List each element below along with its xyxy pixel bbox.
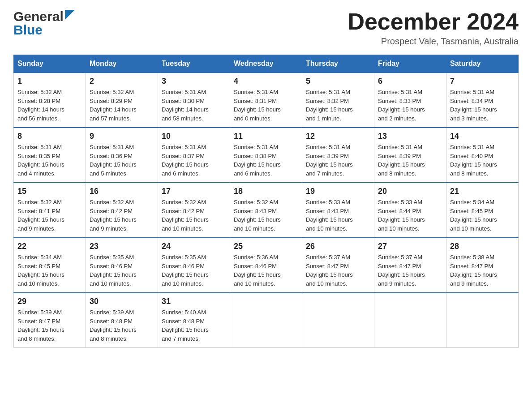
day-number: 1	[17, 77, 82, 86]
calendar-week-3: 15 Sunrise: 5:32 AMSunset: 8:41 PMDaylig…	[14, 183, 519, 238]
day-info: Sunrise: 5:31 AMSunset: 8:39 PMDaylight:…	[306, 143, 370, 178]
calendar-cell: 21 Sunrise: 5:34 AMSunset: 8:45 PMDaylig…	[446, 183, 519, 238]
day-number: 16	[90, 187, 154, 196]
calendar-cell: 2 Sunrise: 5:32 AMSunset: 8:29 PMDayligh…	[86, 73, 158, 128]
header-friday: Friday	[374, 55, 446, 73]
day-number: 21	[450, 187, 515, 196]
day-number: 15	[17, 187, 82, 196]
header-monday: Monday	[86, 55, 158, 73]
day-number: 17	[162, 187, 226, 196]
day-info: Sunrise: 5:32 AMSunset: 8:29 PMDaylight:…	[90, 88, 154, 123]
calendar-cell: 5 Sunrise: 5:31 AMSunset: 8:32 PMDayligh…	[302, 73, 374, 128]
day-info: Sunrise: 5:34 AMSunset: 8:45 PMDaylight:…	[17, 253, 82, 288]
calendar-cell: 16 Sunrise: 5:32 AMSunset: 8:42 PMDaylig…	[86, 183, 158, 238]
calendar-cell	[374, 293, 446, 348]
calendar-cell: 29 Sunrise: 5:39 AMSunset: 8:47 PMDaylig…	[14, 293, 86, 348]
calendar-cell: 22 Sunrise: 5:34 AMSunset: 8:45 PMDaylig…	[14, 238, 86, 293]
title-block: December 2024 Prospect Vale, Tasmania, A…	[348, 9, 519, 47]
calendar-cell: 18 Sunrise: 5:32 AMSunset: 8:43 PMDaylig…	[230, 183, 302, 238]
calendar-cell: 19 Sunrise: 5:33 AMSunset: 8:43 PMDaylig…	[302, 183, 374, 238]
calendar-cell: 11 Sunrise: 5:31 AMSunset: 8:38 PMDaylig…	[230, 128, 302, 183]
header-thursday: Thursday	[302, 55, 374, 73]
day-info: Sunrise: 5:31 AMSunset: 8:31 PMDaylight:…	[234, 88, 298, 123]
calendar-cell: 1 Sunrise: 5:32 AMSunset: 8:28 PMDayligh…	[14, 73, 86, 128]
calendar-cell: 31 Sunrise: 5:40 AMSunset: 8:48 PMDaylig…	[158, 293, 230, 348]
day-info: Sunrise: 5:32 AMSunset: 8:42 PMDaylight:…	[162, 198, 226, 233]
calendar-cell: 24 Sunrise: 5:35 AMSunset: 8:46 PMDaylig…	[158, 238, 230, 293]
day-number: 22	[17, 242, 82, 251]
calendar-cell: 13 Sunrise: 5:31 AMSunset: 8:39 PMDaylig…	[374, 128, 446, 183]
day-info: Sunrise: 5:35 AMSunset: 8:46 PMDaylight:…	[90, 253, 154, 288]
day-number: 6	[378, 77, 442, 86]
day-number: 11	[234, 132, 298, 141]
calendar-body: 1 Sunrise: 5:32 AMSunset: 8:28 PMDayligh…	[14, 73, 519, 348]
day-number: 2	[90, 77, 154, 86]
calendar-cell: 10 Sunrise: 5:31 AMSunset: 8:37 PMDaylig…	[158, 128, 230, 183]
calendar-cell: 12 Sunrise: 5:31 AMSunset: 8:39 PMDaylig…	[302, 128, 374, 183]
calendar-week-1: 1 Sunrise: 5:32 AMSunset: 8:28 PMDayligh…	[14, 73, 519, 128]
location-text: Prospect Vale, Tasmania, Australia	[348, 36, 519, 47]
calendar-cell: 28 Sunrise: 5:38 AMSunset: 8:47 PMDaylig…	[446, 238, 519, 293]
calendar-cell: 9 Sunrise: 5:31 AMSunset: 8:36 PMDayligh…	[86, 128, 158, 183]
calendar-week-2: 8 Sunrise: 5:31 AMSunset: 8:35 PMDayligh…	[14, 128, 519, 183]
day-number: 14	[450, 132, 515, 141]
calendar-cell: 8 Sunrise: 5:31 AMSunset: 8:35 PMDayligh…	[14, 128, 86, 183]
day-info: Sunrise: 5:36 AMSunset: 8:46 PMDaylight:…	[234, 253, 298, 288]
header-row: Sunday Monday Tuesday Wednesday Thursday…	[14, 55, 519, 73]
day-info: Sunrise: 5:35 AMSunset: 8:46 PMDaylight:…	[162, 253, 226, 288]
calendar-week-5: 29 Sunrise: 5:39 AMSunset: 8:47 PMDaylig…	[14, 293, 519, 348]
day-info: Sunrise: 5:31 AMSunset: 8:35 PMDaylight:…	[17, 143, 82, 178]
calendar-cell: 17 Sunrise: 5:32 AMSunset: 8:42 PMDaylig…	[158, 183, 230, 238]
calendar-cell: 20 Sunrise: 5:33 AMSunset: 8:44 PMDaylig…	[374, 183, 446, 238]
logo: General Blue	[13, 9, 75, 38]
day-info: Sunrise: 5:39 AMSunset: 8:47 PMDaylight:…	[17, 308, 82, 343]
day-info: Sunrise: 5:40 AMSunset: 8:48 PMDaylight:…	[162, 308, 226, 343]
day-info: Sunrise: 5:31 AMSunset: 8:32 PMDaylight:…	[306, 88, 370, 123]
calendar-cell: 4 Sunrise: 5:31 AMSunset: 8:31 PMDayligh…	[230, 73, 302, 128]
day-info: Sunrise: 5:31 AMSunset: 8:36 PMDaylight:…	[90, 143, 154, 178]
day-info: Sunrise: 5:37 AMSunset: 8:47 PMDaylight:…	[378, 253, 442, 288]
calendar-table: Sunday Monday Tuesday Wednesday Thursday…	[13, 55, 519, 348]
day-info: Sunrise: 5:33 AMSunset: 8:44 PMDaylight:…	[378, 198, 442, 233]
calendar-cell: 23 Sunrise: 5:35 AMSunset: 8:46 PMDaylig…	[86, 238, 158, 293]
day-info: Sunrise: 5:31 AMSunset: 8:39 PMDaylight:…	[378, 143, 442, 178]
day-number: 13	[378, 132, 442, 141]
day-info: Sunrise: 5:37 AMSunset: 8:47 PMDaylight:…	[306, 253, 370, 288]
day-number: 5	[306, 77, 370, 86]
day-number: 30	[90, 297, 154, 306]
day-info: Sunrise: 5:31 AMSunset: 8:30 PMDaylight:…	[162, 88, 226, 123]
day-info: Sunrise: 5:32 AMSunset: 8:28 PMDaylight:…	[17, 88, 82, 123]
calendar-cell: 25 Sunrise: 5:36 AMSunset: 8:46 PMDaylig…	[230, 238, 302, 293]
day-info: Sunrise: 5:31 AMSunset: 8:38 PMDaylight:…	[234, 143, 298, 178]
day-number: 25	[234, 242, 298, 251]
calendar-cell	[446, 293, 519, 348]
day-info: Sunrise: 5:31 AMSunset: 8:37 PMDaylight:…	[162, 143, 226, 178]
day-number: 20	[378, 187, 442, 196]
day-info: Sunrise: 5:32 AMSunset: 8:41 PMDaylight:…	[17, 198, 82, 233]
day-number: 10	[162, 132, 226, 141]
day-info: Sunrise: 5:32 AMSunset: 8:42 PMDaylight:…	[90, 198, 154, 233]
calendar-cell: 27 Sunrise: 5:37 AMSunset: 8:47 PMDaylig…	[374, 238, 446, 293]
month-title: December 2024	[348, 9, 519, 34]
header-saturday: Saturday	[446, 55, 519, 73]
day-number: 19	[306, 187, 370, 196]
calendar-cell: 3 Sunrise: 5:31 AMSunset: 8:30 PMDayligh…	[158, 73, 230, 128]
day-info: Sunrise: 5:39 AMSunset: 8:48 PMDaylight:…	[90, 308, 154, 343]
day-info: Sunrise: 5:38 AMSunset: 8:47 PMDaylight:…	[450, 253, 515, 288]
day-number: 29	[17, 297, 82, 306]
day-number: 9	[90, 132, 154, 141]
day-info: Sunrise: 5:31 AMSunset: 8:40 PMDaylight:…	[450, 143, 515, 178]
calendar-cell: 26 Sunrise: 5:37 AMSunset: 8:47 PMDaylig…	[302, 238, 374, 293]
calendar-cell: 6 Sunrise: 5:31 AMSunset: 8:33 PMDayligh…	[374, 73, 446, 128]
day-number: 3	[162, 77, 226, 86]
day-number: 8	[17, 132, 82, 141]
day-number: 26	[306, 242, 370, 251]
day-number: 24	[162, 242, 226, 251]
header-tuesday: Tuesday	[158, 55, 230, 73]
day-number: 18	[234, 187, 298, 196]
calendar-cell: 14 Sunrise: 5:31 AMSunset: 8:40 PMDaylig…	[446, 128, 519, 183]
logo-arrow-icon	[65, 10, 75, 21]
day-number: 4	[234, 77, 298, 86]
day-number: 27	[378, 242, 442, 251]
day-info: Sunrise: 5:31 AMSunset: 8:34 PMDaylight:…	[450, 88, 515, 123]
